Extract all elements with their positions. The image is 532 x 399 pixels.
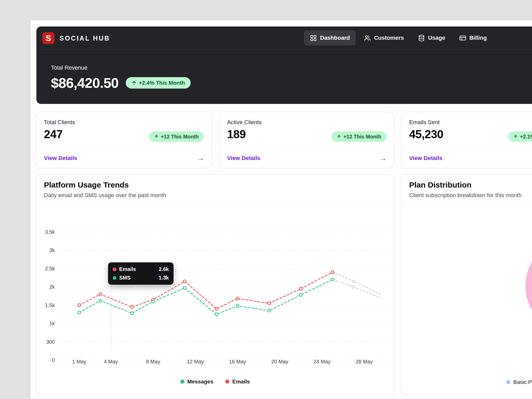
- sms-dot-icon: [113, 276, 116, 280]
- legend-label: Basic Plan: [513, 379, 532, 385]
- card-divider: [402, 205, 532, 206]
- usage-chart-svg[interactable]: 3.5k3k2.5k2k1.5k1k30001 May4 May8 May12 …: [37, 209, 394, 370]
- legend-item-basic-plan[interactable]: Basic Plan: [506, 379, 532, 385]
- plan-card-subtitle: Client subscription breakdown for this m…: [409, 192, 522, 199]
- view-details-label: View Details: [409, 155, 442, 162]
- stat-value: 189: [227, 128, 246, 141]
- tooltip-value: 1.3k: [159, 275, 169, 281]
- nav-item-billing[interactable]: Billing: [454, 30, 493, 45]
- svg-text:3k: 3k: [49, 247, 55, 253]
- revenue-trend-text: +2.4% This Month: [139, 80, 185, 86]
- svg-text:3.5k: 3.5k: [45, 229, 55, 235]
- nav-label: Usage: [428, 35, 445, 41]
- header-hero: S SOCIAL HUB Dashboard Customers: [36, 26, 532, 104]
- arrow-up-icon: [154, 134, 159, 139]
- logo-letter: S: [45, 34, 51, 43]
- brand: S SOCIAL HUB: [42, 32, 110, 44]
- svg-text:1 May: 1 May: [72, 359, 86, 364]
- svg-text:0: 0: [52, 357, 55, 363]
- revenue-value: $86,420.50: [51, 75, 118, 91]
- emails-dot-icon: [225, 380, 229, 384]
- revenue-summary: Total Revenue $86,420.50 +2.4% This Mont…: [51, 64, 191, 91]
- tooltip-value: 2.6k: [159, 266, 169, 272]
- stat-card-emails-sent: Emails Sent 45,230 +2.1% This Month View…: [402, 112, 532, 168]
- view-details-label: View Details: [44, 155, 77, 162]
- revenue-label: Total Revenue: [51, 64, 191, 71]
- revenue-trend-badge: +2.4% This Month: [126, 77, 191, 89]
- stat-label: Total Clients: [44, 119, 75, 126]
- stat-trend-badge: +12 This Month: [149, 131, 204, 142]
- nav-label: Billing: [469, 35, 487, 41]
- view-details-link[interactable]: View Details →: [44, 149, 204, 168]
- stat-card-total-clients: Total Clients 247 +12 This Month View De…: [36, 112, 211, 168]
- stat-value: 247: [44, 128, 63, 141]
- chart-legend: Messages Emails: [37, 378, 394, 385]
- usage-card-subtitle: Daily email and SMS usage over the past …: [44, 192, 166, 199]
- plan-distribution-card: Plan Distribution Client subscription br…: [402, 175, 532, 394]
- svg-text:1k: 1k: [49, 321, 55, 326]
- credit-card-icon: [459, 35, 466, 42]
- view-details-link[interactable]: View Details →: [409, 149, 532, 168]
- messages-dot-icon: [180, 380, 184, 384]
- plan-card-title: Plan Distribution: [409, 181, 471, 189]
- nav-item-usage[interactable]: Usage: [412, 30, 451, 45]
- svg-text:16 May: 16 May: [229, 359, 246, 364]
- legend-item-messages[interactable]: Messages: [180, 378, 213, 385]
- arrow-right-icon: →: [380, 154, 387, 162]
- stat-trend-text: +12 This Month: [161, 134, 199, 140]
- nav-menu: Dashboard Customers Usage: [304, 30, 493, 45]
- usage-card-title: Platform Usage Trends: [44, 181, 129, 189]
- nav-item-customers[interactable]: Customers: [358, 30, 410, 45]
- usage-trends-card: Platform Usage Trends Daily email and SM…: [36, 175, 394, 394]
- nav-label: Customers: [374, 35, 404, 41]
- svg-text:1.5k: 1.5k: [45, 302, 55, 308]
- arrow-right-icon: →: [197, 154, 204, 162]
- stat-label: Active Clients: [227, 119, 262, 126]
- emails-dot-icon: [113, 268, 116, 271]
- arrow-up-icon: [513, 134, 518, 139]
- chart-tooltip: Emails 2.6k SMS 1.3k: [108, 262, 174, 285]
- stat-trend-text: +2.1% This Month: [520, 134, 532, 140]
- arrow-up-icon: [337, 134, 341, 139]
- svg-text:20 May: 20 May: [271, 359, 288, 364]
- nav-label: Dashboard: [320, 35, 350, 41]
- app-viewport: S SOCIAL HUB Dashboard Customers: [0, 0, 532, 399]
- view-details-label: View Details: [227, 155, 260, 162]
- svg-text:2.5k: 2.5k: [45, 266, 55, 271]
- svg-text:4 May: 4 May: [104, 359, 118, 364]
- svg-text:12 May: 12 May: [187, 359, 204, 364]
- users-icon: [364, 35, 371, 42]
- plan-pie-chart[interactable]: [526, 237, 532, 335]
- arrow-up-icon: [131, 80, 137, 85]
- basic-plan-dot-icon: [506, 380, 510, 384]
- svg-text:24 May: 24 May: [314, 359, 331, 364]
- database-icon: [418, 35, 425, 42]
- legend-label: Messages: [187, 378, 213, 385]
- legend-label: Emails: [232, 378, 250, 385]
- stat-label: Emails Sent: [409, 119, 440, 126]
- svg-text:300: 300: [46, 339, 55, 345]
- stat-trend-text: +12 This Month: [343, 134, 381, 140]
- tooltip-row-emails: Emails 2.6k: [113, 266, 169, 272]
- svg-text:2k: 2k: [49, 284, 55, 290]
- svg-text:28 May: 28 May: [356, 359, 373, 364]
- svg-text:8 May: 8 May: [146, 359, 160, 364]
- stat-value: 45,230: [409, 128, 443, 141]
- view-details-link[interactable]: View Details →: [227, 149, 387, 168]
- grid-icon: [310, 35, 317, 42]
- brand-name: SOCIAL HUB: [59, 35, 110, 42]
- stat-trend-badge: +12 This Month: [331, 131, 387, 142]
- tooltip-label: SMS: [119, 275, 130, 281]
- page: S SOCIAL HUB Dashboard Customers: [31, 20, 532, 399]
- card-divider: [37, 205, 394, 206]
- tooltip-label: Emails: [119, 266, 136, 272]
- tooltip-row-sms: SMS 1.3k: [113, 275, 169, 281]
- legend-item-emails[interactable]: Emails: [225, 378, 250, 385]
- brand-logo-icon: S: [42, 32, 54, 44]
- stat-card-active-clients: Active Clients 189 +12 This Month View D…: [220, 112, 394, 168]
- stat-trend-badge: +2.1% This Month: [508, 131, 532, 142]
- nav-item-dashboard[interactable]: Dashboard: [304, 30, 356, 45]
- header-divider: [36, 49, 532, 50]
